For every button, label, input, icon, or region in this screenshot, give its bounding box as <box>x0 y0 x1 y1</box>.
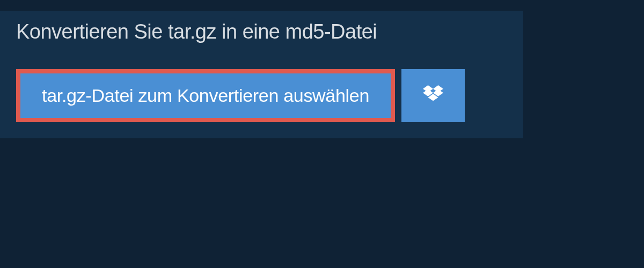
button-row: tar.gz-Datei zum Konvertieren auswählen <box>0 53 523 138</box>
dropbox-icon <box>423 85 443 106</box>
dropbox-button[interactable] <box>401 69 465 122</box>
select-file-button-label: tar.gz-Datei zum Konvertieren auswählen <box>42 85 369 106</box>
select-file-button[interactable]: tar.gz-Datei zum Konvertieren auswählen <box>20 73 391 118</box>
page-title: Konvertieren Sie tar.gz in eine md5-Date… <box>16 20 432 43</box>
converter-panel: Konvertieren Sie tar.gz in eine md5-Date… <box>0 11 523 138</box>
title-bar: Konvertieren Sie tar.gz in eine md5-Date… <box>0 11 448 53</box>
select-file-highlight: tar.gz-Datei zum Konvertieren auswählen <box>16 69 395 122</box>
